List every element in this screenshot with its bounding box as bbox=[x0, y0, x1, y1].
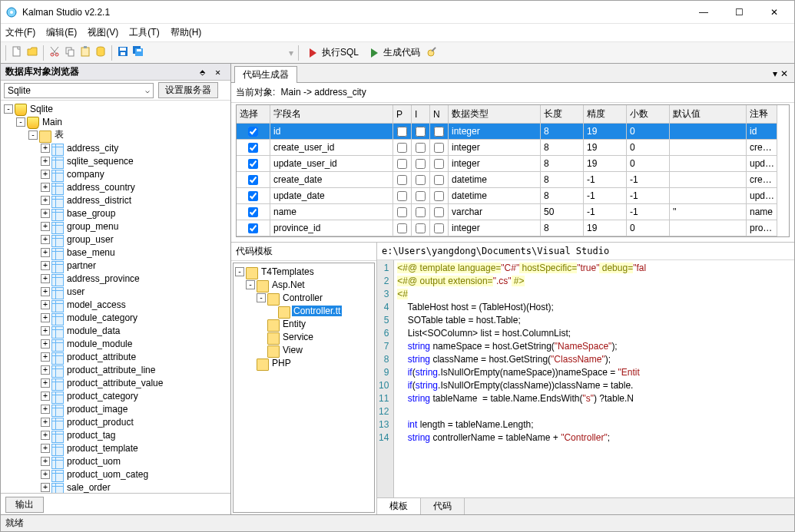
grid-cell[interactable]: -1 bbox=[627, 188, 670, 204]
minimize-button[interactable]: — bbox=[693, 7, 714, 18]
grid-checkbox[interactable] bbox=[397, 127, 407, 137]
grid-cell[interactable] bbox=[393, 204, 412, 220]
grid-cell[interactable] bbox=[670, 124, 747, 140]
template-tree-item[interactable]: View bbox=[234, 343, 374, 356]
template-tree-item[interactable]: Entity bbox=[234, 317, 374, 330]
maximize-button[interactable]: ☐ bbox=[728, 7, 750, 18]
grid-cell[interactable]: name bbox=[747, 204, 777, 220]
grid-cell[interactable] bbox=[393, 124, 412, 140]
grid-cell[interactable] bbox=[430, 188, 449, 204]
grid-cell[interactable]: create_user_id bbox=[270, 140, 393, 156]
tree-item[interactable]: +product_uom_categ bbox=[2, 468, 230, 481]
tree-item[interactable]: +product_uom bbox=[2, 454, 230, 468]
tab-template[interactable]: 模板 bbox=[377, 498, 421, 514]
tree-item[interactable]: +product_image bbox=[2, 402, 230, 415]
grid-cell[interactable]: 8 bbox=[541, 220, 584, 236]
tree-item[interactable]: +user bbox=[2, 285, 230, 298]
grid-header[interactable]: I bbox=[412, 105, 430, 124]
grid-cell[interactable]: 50 bbox=[541, 204, 584, 220]
tree-item[interactable]: +address_country bbox=[2, 180, 230, 193]
grid-checkbox[interactable] bbox=[434, 127, 444, 137]
grid-cell[interactable] bbox=[670, 188, 747, 204]
grid-cell[interactable] bbox=[237, 188, 270, 204]
grid-header[interactable]: 字段名 bbox=[270, 105, 393, 124]
grid-cell[interactable] bbox=[393, 140, 412, 156]
grid-checkbox[interactable] bbox=[434, 223, 444, 233]
grid-cell[interactable] bbox=[430, 156, 449, 172]
tree-item[interactable]: +product_attribute bbox=[2, 350, 230, 363]
grid-cell[interactable] bbox=[670, 140, 747, 156]
grid-cell[interactable]: 19 bbox=[584, 220, 627, 236]
grid-cell[interactable]: create_date bbox=[270, 172, 393, 188]
grid-cell[interactable]: 19 bbox=[584, 124, 627, 140]
template-tree-item[interactable]: Controller.tt bbox=[234, 304, 374, 317]
grid-cell[interactable]: datetime bbox=[449, 188, 541, 204]
grid-cell[interactable] bbox=[237, 172, 270, 188]
cut-icon[interactable] bbox=[48, 45, 61, 60]
grid-checkbox[interactable] bbox=[248, 127, 258, 137]
grid-cell[interactable] bbox=[670, 172, 747, 188]
grid-cell[interactable] bbox=[237, 140, 270, 156]
grid-cell[interactable]: 8 bbox=[541, 188, 584, 204]
grid-cell[interactable] bbox=[670, 156, 747, 172]
grid-cell[interactable]: update_user_id bbox=[270, 156, 393, 172]
grid-cell[interactable] bbox=[430, 172, 449, 188]
grid-cell[interactable] bbox=[393, 188, 412, 204]
grid-cell[interactable] bbox=[430, 140, 449, 156]
tree-item[interactable]: -表 bbox=[2, 128, 230, 141]
grid-cell[interactable]: 0 bbox=[627, 156, 670, 172]
grid-cell[interactable] bbox=[412, 156, 430, 172]
grid-header[interactable]: 选择 bbox=[237, 105, 270, 124]
grid-cell[interactable] bbox=[412, 140, 430, 156]
gen-code-button[interactable]: 生成代码 bbox=[365, 46, 423, 59]
tab-close-icon[interactable]: ✕ bbox=[780, 68, 788, 79]
grid-checkbox[interactable] bbox=[397, 159, 407, 169]
grid-checkbox[interactable] bbox=[434, 143, 444, 153]
grid-cell[interactable]: upd… bbox=[747, 188, 777, 204]
grid-cell[interactable] bbox=[670, 220, 747, 236]
menu-file[interactable]: 文件(F) bbox=[5, 26, 35, 39]
grid-cell[interactable]: -1 bbox=[584, 172, 627, 188]
template-tree-item[interactable]: -T4Templates bbox=[234, 265, 374, 278]
grid-cell[interactable] bbox=[430, 124, 449, 140]
tab-dropdown-icon[interactable]: ▾ bbox=[773, 68, 777, 79]
tree-item[interactable]: +module_data bbox=[2, 324, 230, 337]
grid-checkbox[interactable] bbox=[248, 191, 258, 201]
grid-checkbox[interactable] bbox=[397, 191, 407, 201]
grid-cell[interactable]: integer bbox=[449, 220, 541, 236]
grid-header[interactable]: 长度 bbox=[541, 105, 584, 124]
tab-codegen[interactable]: 代码生成器 bbox=[234, 66, 297, 83]
grid-checkbox[interactable] bbox=[416, 191, 426, 201]
grid-cell[interactable] bbox=[237, 156, 270, 172]
grid-cell[interactable] bbox=[237, 124, 270, 140]
grid-checkbox[interactable] bbox=[416, 223, 426, 233]
grid-cell[interactable] bbox=[430, 204, 449, 220]
grid-header[interactable]: N bbox=[430, 105, 449, 124]
grid-cell[interactable] bbox=[412, 220, 430, 236]
grid-cell[interactable]: id bbox=[747, 124, 777, 140]
grid-cell[interactable] bbox=[237, 204, 270, 220]
grid-cell[interactable]: upd… bbox=[747, 156, 777, 172]
grid-checkbox[interactable] bbox=[416, 127, 426, 137]
grid-cell[interactable]: 0 bbox=[627, 140, 670, 156]
grid-checkbox[interactable] bbox=[397, 207, 407, 217]
pin-icon[interactable]: ⬘ bbox=[200, 67, 210, 78]
tree-item[interactable]: +partner bbox=[2, 259, 230, 272]
menu-tools[interactable]: 工具(T) bbox=[129, 26, 159, 39]
tree-item[interactable]: -Sqlite bbox=[2, 102, 230, 115]
save-icon[interactable] bbox=[117, 45, 129, 60]
grid-header[interactable]: 注释 bbox=[747, 105, 777, 124]
tree-item[interactable]: +sale_order bbox=[2, 481, 230, 493]
grid-cell[interactable]: -1 bbox=[627, 204, 670, 220]
config-icon[interactable] bbox=[426, 45, 439, 60]
grid-checkbox[interactable] bbox=[434, 207, 444, 217]
db-tree-scroll[interactable]: -Sqlite-Main-表+address_city+sqlite_seque… bbox=[1, 101, 230, 493]
tree-item[interactable]: +product_category bbox=[2, 389, 230, 402]
grid-cell[interactable]: cre… bbox=[747, 172, 777, 188]
template-tree-item[interactable]: -Asp.Net bbox=[234, 278, 374, 291]
grid-checkbox[interactable] bbox=[416, 207, 426, 217]
close-button[interactable]: ✕ bbox=[764, 7, 785, 18]
grid-cell[interactable]: name bbox=[270, 204, 393, 220]
tree-item[interactable]: +base_group bbox=[2, 207, 230, 220]
copy-icon[interactable] bbox=[64, 45, 76, 60]
